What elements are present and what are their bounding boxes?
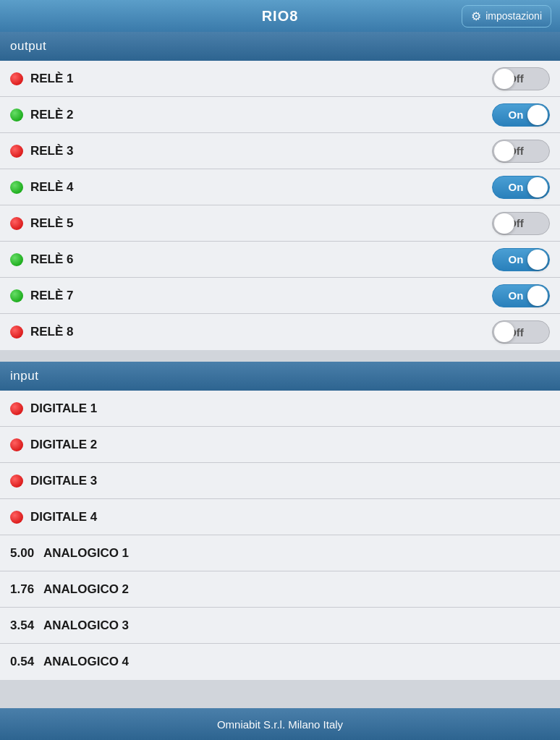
analog-4-value: 0.54 [10,655,38,669]
relay-8-indicator [10,326,23,339]
settings-button[interactable]: ⚙ impostazioni [462,5,551,27]
relay-4-indicator [10,181,23,194]
relay-row-4: RELÈ 4On [0,169,560,205]
analog-1-value: 5.00 [10,546,38,561]
relay-3-label: RELÈ 3 [30,144,492,158]
relay-2-indicator [10,109,23,122]
relay-4-label: RELÈ 4 [30,180,492,195]
analog-row-4: 0.54ANALOGICO 4 [0,644,560,680]
digital-3-label: DIGITALE 3 [30,474,550,488]
relay-2-toggle[interactable]: On [492,103,550,127]
relay-6-label: RELÈ 6 [30,252,492,267]
relay-row-6: RELÈ 6On [0,242,560,278]
digital-1-indicator [10,402,23,415]
analog-row-2: 1.76ANALOGICO 2 [0,571,560,608]
relay-5-indicator [10,217,23,230]
digital-row-4: DIGITALE 4 [0,499,560,535]
relay-7-label: RELÈ 7 [30,289,492,303]
relay-8-toggle[interactable]: Off [492,320,550,344]
analog-3-value: 3.54 [10,618,38,633]
analog-4-label: ANALOGICO 4 [43,655,550,669]
relay-6-toggle[interactable]: On [492,248,550,271]
relay-7-toggle-knob [527,286,548,306]
relay-1-toggle[interactable]: Off [492,67,550,90]
analog-row-3: 3.54ANALOGICO 3 [0,608,560,644]
relay-8-label: RELÈ 8 [30,325,492,339]
app-footer: Omniabit S.r.l. Milano Italy [0,708,560,740]
app-header: RIO8 ⚙ impostazioni [0,0,560,32]
analog-2-value: 1.76 [10,582,38,597]
relay-row-3: RELÈ 3Off [0,133,560,169]
input-section-header: input [0,362,560,391]
digital-row-3: DIGITALE 3 [0,463,560,499]
relay-1-indicator [10,72,23,85]
relay-1-toggle-knob [494,69,514,89]
input-rows-container: DIGITALE 1DIGITALE 2DIGITALE 3DIGITALE 4… [0,391,560,680]
analog-row-1: 5.00ANALOGICO 1 [0,535,560,571]
footer-label: Omniabit S.r.l. Milano Italy [217,718,343,731]
relay-3-toggle-knob [494,141,514,161]
section-spacer [0,350,560,362]
digital-2-label: DIGITALE 2 [30,438,550,452]
relay-7-indicator [10,289,23,302]
relay-row-7: RELÈ 7On [0,278,560,314]
settings-label: impostazioni [485,10,542,22]
relay-2-toggle-knob [527,105,548,125]
analog-1-label: ANALOGICO 1 [43,546,550,561]
output-section-header: output [0,32,560,61]
relay-6-toggle-knob [527,250,548,270]
relay-row-1: RELÈ 1Off [0,61,560,97]
relay-5-toggle-knob [494,213,514,234]
digital-3-indicator [10,475,23,488]
relay-4-toggle[interactable]: On [492,176,550,199]
relay-3-toggle[interactable]: Off [492,140,550,163]
app-title: RIO8 [262,8,299,25]
digital-4-label: DIGITALE 4 [30,510,550,524]
relay-1-label: RELÈ 1 [30,72,492,86]
relay-5-toggle[interactable]: Off [492,212,550,235]
gear-icon: ⚙ [471,9,481,23]
relay-row-8: RELÈ 8Off [0,314,560,350]
relay-row-2: RELÈ 2On [0,97,560,133]
digital-4-indicator [10,511,23,524]
analog-2-label: ANALOGICO 2 [43,582,550,597]
relay-7-toggle[interactable]: On [492,284,550,307]
relay-4-toggle-knob [527,177,548,197]
relay-6-indicator [10,253,23,266]
relay-8-toggle-knob [494,322,514,342]
analog-3-label: ANALOGICO 3 [43,618,550,633]
relay-5-label: RELÈ 5 [30,216,492,231]
relay-3-indicator [10,145,23,158]
output-rows-container: RELÈ 1OffRELÈ 2OnRELÈ 3OffRELÈ 4OnRELÈ 5… [0,61,560,350]
relay-2-label: RELÈ 2 [30,108,492,122]
digital-1-label: DIGITALE 1 [30,401,550,416]
relay-row-5: RELÈ 5Off [0,205,560,242]
digital-row-1: DIGITALE 1 [0,391,560,427]
digital-2-indicator [10,438,23,451]
page-spacer [0,680,560,708]
digital-row-2: DIGITALE 2 [0,427,560,463]
